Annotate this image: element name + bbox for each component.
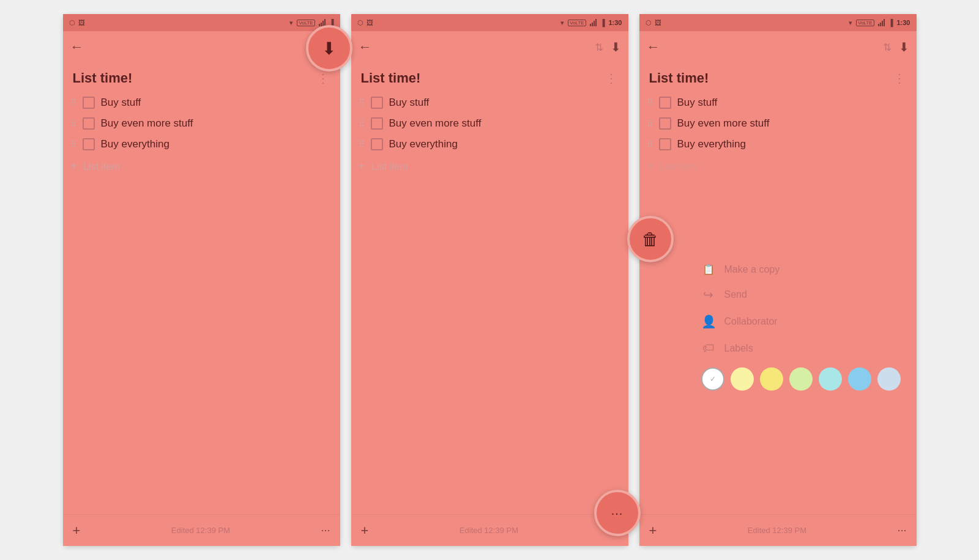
content-2: List time! ⋮ ⠿ Buy stuff ⠿ Buy even more… bbox=[351, 63, 628, 514]
save-icon-2[interactable]: ⬇ bbox=[611, 40, 621, 54]
copy-icon: 📋 bbox=[701, 263, 716, 275]
add-item-row-2[interactable]: + List item bbox=[351, 155, 628, 179]
menu-item-send[interactable]: ↪ Send bbox=[691, 281, 910, 308]
fab-more-icon: ··· bbox=[611, 506, 624, 520]
top-nav-1: ← ⇅ ⬇ bbox=[63, 31, 340, 63]
note-title-3: List time! bbox=[649, 70, 709, 86]
bottom-bar-1: + Edited 12:39 PM ··· bbox=[63, 514, 340, 546]
color-swatch-yellow[interactable] bbox=[760, 367, 783, 391]
drag-handle-1-1[interactable]: ⠿ bbox=[70, 98, 76, 108]
menu-item-labels[interactable]: 🏷 Labels bbox=[691, 335, 910, 361]
edited-time-3: Edited 12:39 PM bbox=[657, 526, 897, 535]
sort-icon-3[interactable]: ⇅ bbox=[883, 41, 892, 54]
item-text-2-3: Buy everything bbox=[389, 138, 458, 150]
title-row-2: List time! ⋮ bbox=[351, 68, 628, 92]
add-item-row-3[interactable]: + List item bbox=[639, 155, 917, 179]
drag-handle-1-2[interactable]: ⠿ bbox=[70, 119, 76, 128]
drag-handle-1-3[interactable]: ⠿ bbox=[70, 139, 76, 149]
edited-time-2: Edited 12:39 PM bbox=[368, 526, 609, 535]
fab-delete-button[interactable]: 🗑 bbox=[627, 216, 674, 262]
options-button-2[interactable]: ⋮ bbox=[605, 71, 619, 86]
checkbox-3-3[interactable] bbox=[659, 138, 671, 150]
menu-item-make-copy[interactable]: 📋 Make a copy bbox=[691, 257, 910, 281]
volte-badge-3: VoLTE bbox=[856, 20, 874, 26]
fab-save-button[interactable]: ⬇ bbox=[306, 25, 352, 72]
checkbox-1-1[interactable] bbox=[83, 97, 95, 109]
status-time-2: 1:30 bbox=[608, 19, 622, 26]
checkbox-2-3[interactable] bbox=[371, 138, 383, 150]
color-swatch-green[interactable] bbox=[789, 367, 813, 391]
fab-delete-icon: 🗑 bbox=[642, 229, 659, 249]
back-button-1[interactable]: ← bbox=[70, 39, 84, 55]
color-swatch-blue[interactable] bbox=[848, 367, 871, 391]
add-plus-icon-1: + bbox=[70, 160, 78, 174]
item-text-1-1: Buy stuff bbox=[101, 97, 141, 109]
top-nav-2: ← ⇅ ⬇ bbox=[351, 31, 628, 63]
battery-icon-2: ▐ bbox=[600, 19, 605, 26]
checkbox-1-3[interactable] bbox=[83, 138, 95, 150]
list-item-3-1: ⠿ Buy stuff bbox=[639, 92, 917, 113]
back-button-2[interactable]: ← bbox=[359, 39, 372, 55]
signal-icon-3 bbox=[878, 19, 885, 26]
drag-handle-3-1[interactable]: ⠿ bbox=[647, 98, 653, 108]
fab-more-button[interactable]: ··· bbox=[594, 490, 641, 536]
status-time-3: 1:30 bbox=[896, 19, 910, 26]
add-item-row-1[interactable]: + List item bbox=[63, 155, 340, 179]
image-icon-3: 🖼 bbox=[655, 19, 661, 26]
options-button-1[interactable]: ⋮ bbox=[317, 71, 330, 86]
volte-badge-1: VoLTE bbox=[297, 20, 315, 26]
item-text-3-2: Buy even more stuff bbox=[677, 117, 770, 130]
image-icon: 🖼 bbox=[78, 19, 85, 26]
add-note-button-2[interactable]: + bbox=[361, 523, 369, 539]
color-swatch-white[interactable]: ✓ bbox=[701, 367, 724, 391]
collaborator-icon: 👤 bbox=[701, 314, 716, 329]
add-plus-icon-3: + bbox=[647, 160, 654, 174]
battery-icon-3: ▐ bbox=[888, 19, 893, 26]
labels-label: Labels bbox=[724, 343, 753, 354]
edited-time-1: Edited 12:39 PM bbox=[80, 526, 321, 535]
add-plus-icon-2: + bbox=[359, 160, 366, 174]
drag-handle-2-2[interactable]: ⠿ bbox=[359, 119, 365, 128]
wifi-icon-2: ▾ bbox=[560, 19, 564, 27]
list-item-2-1: ⠿ Buy stuff bbox=[351, 92, 628, 113]
send-label: Send bbox=[724, 289, 747, 300]
checkbox-3-2[interactable] bbox=[659, 117, 671, 130]
checkbox-3-1[interactable] bbox=[659, 97, 671, 109]
drag-handle-3-2[interactable]: ⠿ bbox=[647, 119, 653, 128]
status-bar-2: ⬡ 🖼 ▾ VoLTE ▐ 1:30 bbox=[351, 14, 628, 31]
wifi-icon: ▾ bbox=[289, 19, 293, 27]
volte-badge-2: VoLTE bbox=[568, 20, 586, 26]
drag-handle-2-1[interactable]: ⠿ bbox=[359, 98, 365, 108]
list-item-3-3: ⠿ Buy everything bbox=[639, 134, 917, 155]
dropbox-icon-2: ⬡ bbox=[357, 19, 363, 27]
more-options-button-1[interactable]: ··· bbox=[321, 524, 330, 537]
list-item-1-1: ⠿ Buy stuff bbox=[63, 92, 340, 113]
options-button-3[interactable]: ⋮ bbox=[893, 71, 907, 86]
drag-handle-3-3[interactable]: ⠿ bbox=[647, 139, 653, 149]
add-note-button-1[interactable]: + bbox=[73, 523, 81, 539]
back-button-3[interactable]: ← bbox=[647, 39, 660, 55]
save-icon-3[interactable]: ⬇ bbox=[899, 40, 909, 54]
make-copy-label: Make a copy bbox=[724, 264, 780, 275]
content-3: List time! ⋮ ⠿ Buy stuff ⠿ Buy even more… bbox=[639, 63, 917, 514]
checkbox-2-1[interactable] bbox=[371, 97, 383, 109]
menu-item-collaborator[interactable]: 👤 Collaborator bbox=[691, 308, 910, 335]
more-options-button-3[interactable]: ··· bbox=[897, 524, 906, 537]
add-note-button-3[interactable]: + bbox=[649, 523, 657, 539]
color-swatch-yellow-light[interactable] bbox=[731, 367, 754, 391]
sort-icon-2[interactable]: ⇅ bbox=[595, 41, 603, 54]
list-item-1-3: ⠿ Buy everything bbox=[63, 134, 340, 155]
color-swatch-gray-blue[interactable] bbox=[877, 367, 901, 391]
drag-handle-2-3[interactable]: ⠿ bbox=[359, 139, 365, 149]
checkbox-2-2[interactable] bbox=[371, 117, 383, 130]
content-1: List time! ⋮ ⠿ Buy stuff ⠿ Buy even more… bbox=[63, 63, 340, 514]
checkbox-1-2[interactable] bbox=[83, 117, 95, 130]
add-item-label-3: List item bbox=[660, 161, 696, 172]
color-swatches: ✓ bbox=[691, 361, 910, 397]
top-nav-3: ← ⇅ ⬇ bbox=[639, 31, 917, 63]
list-item-2-3: ⠿ Buy everything bbox=[351, 134, 628, 155]
image-icon-2: 🖼 bbox=[367, 19, 373, 26]
item-text-2-1: Buy stuff bbox=[389, 97, 430, 109]
title-row-1: List time! ⋮ bbox=[63, 68, 340, 92]
color-swatch-teal[interactable] bbox=[819, 367, 842, 391]
